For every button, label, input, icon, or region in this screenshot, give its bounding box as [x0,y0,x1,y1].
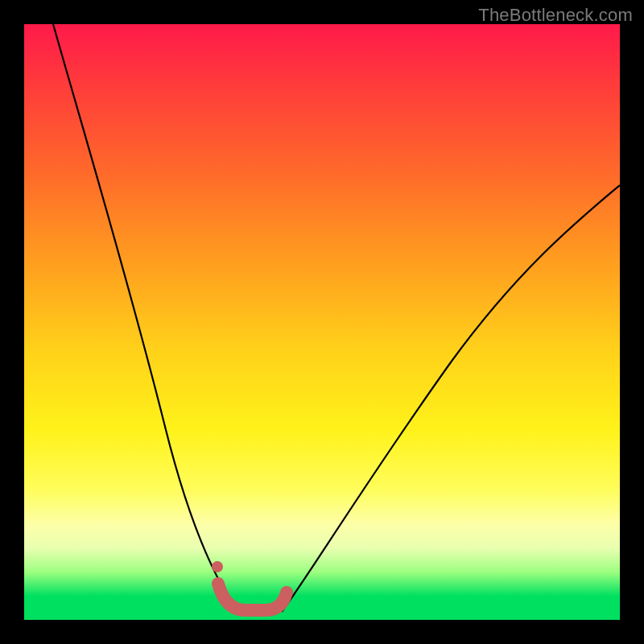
trough-bracket [218,584,287,610]
curve-left-branch [53,24,238,612]
chart-svg [24,24,620,620]
trough-dot [212,561,223,572]
curve-right-branch [282,185,620,612]
chart-frame [24,24,620,620]
watermark-text: TheBottleneck.com [478,5,633,26]
